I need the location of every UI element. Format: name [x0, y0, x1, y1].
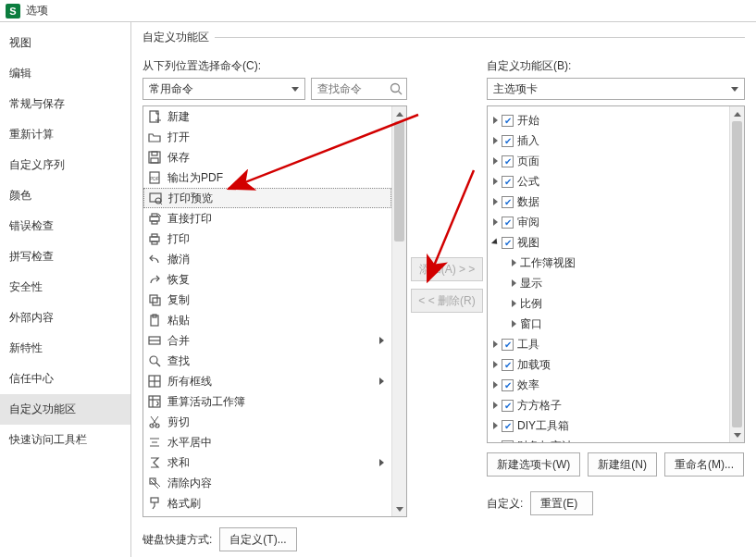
command-item[interactable]: 格式刷: [143, 493, 391, 514]
search-command-box[interactable]: [311, 78, 407, 100]
tree-checkbox[interactable]: ✔: [502, 135, 514, 147]
scroll-thumb[interactable]: [394, 121, 404, 241]
scroll-up-button[interactable]: [392, 106, 406, 121]
tree-checkbox[interactable]: ✔: [502, 339, 514, 351]
tree-node[interactable]: 窗口: [488, 314, 729, 334]
tree-checkbox[interactable]: ✔: [502, 420, 514, 432]
tree-node[interactable]: ✔审阅: [488, 212, 729, 232]
tree-scrollbar[interactable]: [729, 106, 744, 442]
command-item[interactable]: 水平居中: [143, 432, 391, 452]
tree-twisty-icon[interactable]: [493, 137, 498, 144]
tree-node[interactable]: 显示: [488, 273, 729, 293]
command-item[interactable]: 重算活动工作簿: [143, 391, 391, 412]
scroll-down-button[interactable]: [730, 427, 744, 442]
command-item[interactable]: 打开: [143, 127, 391, 147]
tabs-category-combo[interactable]: 主选项卡: [487, 78, 745, 100]
tree-checkbox[interactable]: ✔: [502, 176, 514, 188]
tree-checkbox[interactable]: ✔: [502, 196, 514, 208]
command-item[interactable]: 直接打印: [143, 208, 391, 229]
tree-twisty-icon[interactable]: [493, 381, 498, 389]
command-item[interactable]: 打印预览: [143, 188, 391, 208]
sidebar-item[interactable]: 信任中心: [0, 364, 130, 394]
sidebar-item[interactable]: 常规与保存: [0, 89, 130, 119]
tree-node[interactable]: ✔方方格子: [488, 395, 729, 415]
sidebar-item[interactable]: 自定义序列: [0, 150, 130, 180]
tree-node[interactable]: ✔DIY工具箱: [488, 415, 729, 436]
sidebar-item[interactable]: 错误检查: [0, 211, 130, 241]
tree-node[interactable]: ✔插入: [488, 130, 729, 151]
tree-checkbox[interactable]: ✔: [502, 217, 514, 229]
tree-twisty-icon[interactable]: [493, 198, 498, 205]
remove-button[interactable]: < < 删除(R): [411, 289, 483, 313]
sidebar-item[interactable]: 重新计算: [0, 119, 130, 150]
tree-twisty-icon[interactable]: [493, 442, 498, 443]
tree-twisty-icon[interactable]: [493, 218, 498, 226]
tree-node[interactable]: ✔公式: [488, 171, 729, 192]
tree-twisty-icon[interactable]: [493, 117, 498, 124]
command-item[interactable]: 所有框线: [143, 371, 391, 391]
sidebar-item[interactable]: 颜色: [0, 180, 130, 211]
tree-node[interactable]: ✔开始: [488, 110, 729, 130]
tree-twisty-icon[interactable]: [493, 178, 498, 185]
new-group-button[interactable]: 新建组(N): [588, 452, 657, 477]
command-item[interactable]: 打印: [143, 229, 391, 249]
sidebar-item[interactable]: 编辑: [0, 58, 130, 89]
command-item[interactable]: 粘贴: [143, 310, 391, 330]
tree-node[interactable]: ✔效率: [488, 375, 729, 395]
tree-twisty-icon[interactable]: [512, 320, 516, 328]
tree-twisty-icon[interactable]: [512, 259, 516, 266]
tree-node[interactable]: ✔加载项: [488, 354, 729, 375]
tree-node[interactable]: ✔页面: [488, 151, 729, 171]
tree-twisty-icon[interactable]: [493, 340, 498, 348]
sidebar-item[interactable]: 拼写检查: [0, 241, 130, 272]
sidebar-item[interactable]: 快速访问工具栏: [0, 425, 130, 455]
tree-node[interactable]: 比例: [488, 293, 729, 314]
commands-category-combo[interactable]: 常用命令: [143, 78, 305, 100]
tree-checkbox[interactable]: ✔: [502, 359, 514, 371]
commands-listbox[interactable]: 新建打开保存PDF输出为PDF打印预览直接打印打印撤消恢复复制粘贴合并查找所有框…: [143, 105, 407, 517]
command-item[interactable]: 撤消: [143, 249, 391, 269]
command-item[interactable]: 新建: [143, 106, 391, 127]
tree-twisty-icon[interactable]: [493, 402, 498, 409]
rename-button[interactable]: 重命名(M)...: [664, 452, 744, 477]
command-item[interactable]: 查找: [143, 351, 391, 371]
tree-checkbox[interactable]: ✔: [502, 115, 514, 127]
scroll-up-button[interactable]: [730, 106, 744, 121]
command-item[interactable]: PDF输出为PDF: [143, 167, 391, 188]
tree-twisty-icon[interactable]: [512, 279, 516, 287]
keyboard-customize-button[interactable]: 自定义(T)...: [219, 527, 296, 551]
tree-node[interactable]: 工作簿视图: [488, 253, 729, 273]
tree-checkbox[interactable]: ✔: [502, 379, 514, 391]
tree-checkbox[interactable]: ✔: [502, 237, 514, 249]
reset-button[interactable]: 重置(E): [530, 491, 593, 515]
sidebar-item[interactable]: 外部内容: [0, 303, 130, 333]
search-command-input[interactable]: [316, 81, 390, 96]
tree-checkbox[interactable]: ✔: [502, 400, 514, 412]
scroll-down-button[interactable]: [392, 501, 406, 516]
tree-twisty-icon[interactable]: [493, 422, 498, 429]
tree-checkbox[interactable]: ✔: [502, 155, 514, 167]
command-item[interactable]: 求和: [143, 452, 391, 473]
scroll-thumb[interactable]: [732, 121, 742, 427]
tree-checkbox[interactable]: ✔: [502, 440, 514, 444]
command-item[interactable]: 合并: [143, 330, 391, 351]
sidebar-item[interactable]: 安全性: [0, 272, 130, 303]
tree-twisty-icon[interactable]: [491, 238, 500, 246]
command-item[interactable]: 剪切: [143, 412, 391, 432]
ribbon-tree[interactable]: ✔开始✔插入✔页面✔公式✔数据✔审阅✔视图工作簿视图显示比例窗口✔工具✔加载项✔…: [487, 105, 745, 443]
command-item[interactable]: 保存: [143, 147, 391, 167]
sidebar-item[interactable]: 新特性: [0, 333, 130, 364]
new-tab-button[interactable]: 新建选项卡(W): [487, 452, 580, 477]
tree-twisty-icon[interactable]: [493, 157, 498, 165]
add-button[interactable]: 添加(A) > >: [411, 257, 483, 281]
tree-twisty-icon[interactable]: [493, 361, 498, 368]
command-item[interactable]: 清除内容: [143, 473, 391, 493]
tree-node[interactable]: ✔财务与审计: [488, 436, 729, 443]
tree-node[interactable]: ✔工具: [488, 334, 729, 354]
command-item[interactable]: 恢复: [143, 269, 391, 290]
command-item[interactable]: B加粗: [143, 514, 391, 516]
sidebar-item[interactable]: 视图: [0, 28, 130, 58]
tree-node[interactable]: ✔视图: [488, 232, 729, 253]
command-item[interactable]: 复制: [143, 290, 391, 310]
commands-scrollbar[interactable]: [391, 106, 406, 516]
